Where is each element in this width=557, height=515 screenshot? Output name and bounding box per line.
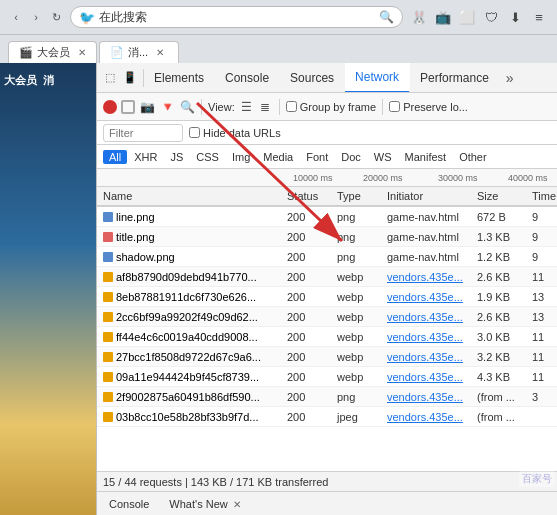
download-icon[interactable]: ⬇ bbox=[505, 7, 525, 27]
record-button[interactable] bbox=[103, 100, 117, 114]
page-tab-1[interactable]: 🎬 大会员 ✕ bbox=[8, 41, 97, 63]
console-tab-whatsnew[interactable]: What's New ✕ bbox=[163, 496, 246, 512]
cell-size: 3.2 KB bbox=[477, 351, 532, 363]
tab1-close[interactable]: ✕ bbox=[78, 47, 86, 58]
device-icon[interactable]: 📱 bbox=[121, 69, 139, 87]
cell-type: png bbox=[337, 231, 387, 243]
network-toolbar: 📷 🔻 🔍 View: ☰ ≣ Group by frame Preserve … bbox=[97, 93, 557, 121]
status-text: 15 / 44 requests | 143 KB / 171 KB trans… bbox=[103, 476, 328, 488]
search-network-icon[interactable]: 🔍 bbox=[179, 99, 195, 115]
back-button[interactable]: ‹ bbox=[8, 9, 24, 25]
cell-size: 672 B bbox=[477, 211, 532, 223]
filter-icon[interactable]: 🔻 bbox=[159, 99, 175, 115]
search-icon: 🔍 bbox=[379, 10, 394, 24]
apps-icon[interactable]: ⬜ bbox=[457, 7, 477, 27]
cell-initiator[interactable]: vendors.435e... bbox=[387, 291, 477, 303]
table-row[interactable]: 27bcc1f8508d9722d67c9a6...200webpvendors… bbox=[97, 347, 557, 367]
type-tab-other[interactable]: Other bbox=[453, 150, 493, 164]
whatsnew-close-icon[interactable]: ✕ bbox=[233, 499, 241, 510]
cell-name-text: 2cc6bf99a99202f49c09d62... bbox=[116, 311, 258, 323]
cell-time: 3 bbox=[532, 391, 557, 403]
table-row[interactable]: 2f9002875a60491b86df590...200pngvendors.… bbox=[97, 387, 557, 407]
tab-performance[interactable]: Performance bbox=[410, 63, 500, 93]
cell-time: 9 bbox=[532, 251, 557, 263]
tab-elements[interactable]: Elements bbox=[144, 63, 215, 93]
browser-toolbar: 🐰 📺 ⬜ 🛡 ⬇ ≡ bbox=[409, 7, 549, 27]
type-tab-manifest[interactable]: Manifest bbox=[399, 150, 453, 164]
cell-initiator[interactable]: vendors.435e... bbox=[387, 411, 477, 423]
cell-type: webp bbox=[337, 291, 387, 303]
table-row[interactable]: shadow.png200pnggame-nav.html1.2 KB9 bbox=[97, 247, 557, 267]
adblock-icon[interactable]: 🛡 bbox=[481, 7, 501, 27]
group-by-frame-checkbox[interactable] bbox=[286, 101, 297, 112]
tab1-icon: 🎬 bbox=[19, 46, 33, 59]
list-view-icon[interactable]: ☰ bbox=[239, 99, 255, 115]
cell-type: webp bbox=[337, 371, 387, 383]
forward-button[interactable]: › bbox=[28, 9, 44, 25]
file-type-icon bbox=[103, 392, 113, 402]
table-row[interactable]: line.png200pnggame-nav.html672 B9 bbox=[97, 207, 557, 227]
type-tab-ws[interactable]: WS bbox=[368, 150, 398, 164]
col-header-time[interactable]: Time bbox=[532, 190, 557, 202]
hide-data-urls-label[interactable]: Hide data URLs bbox=[189, 127, 281, 139]
cell-time: 11 bbox=[532, 351, 557, 363]
cell-type: webp bbox=[337, 311, 387, 323]
cell-name: 27bcc1f8508d9722d67c9a6... bbox=[97, 351, 287, 363]
tab-network[interactable]: Network bbox=[345, 63, 410, 93]
type-tab-js[interactable]: JS bbox=[164, 150, 189, 164]
type-tab-doc[interactable]: Doc bbox=[335, 150, 367, 164]
refresh-button[interactable]: ↻ bbox=[48, 9, 64, 25]
table-body: line.png200pnggame-nav.html672 B9title.p… bbox=[97, 207, 557, 471]
table-row[interactable]: ff44e4c6c0019a40cdd9008...200webpvendors… bbox=[97, 327, 557, 347]
hide-data-urls-checkbox[interactable] bbox=[189, 127, 200, 138]
type-tab-css[interactable]: CSS bbox=[190, 150, 225, 164]
type-tab-all[interactable]: All bbox=[103, 150, 127, 164]
cell-status: 200 bbox=[287, 411, 337, 423]
table-row[interactable]: af8b8790d09debd941b770...200webpvendors.… bbox=[97, 267, 557, 287]
page-tab-2[interactable]: 📄 消... ✕ bbox=[99, 41, 179, 63]
filter-input[interactable] bbox=[103, 124, 183, 142]
tab-console[interactable]: Console bbox=[215, 63, 280, 93]
tab2-close[interactable]: ✕ bbox=[156, 47, 164, 58]
cell-initiator[interactable]: vendors.435e... bbox=[387, 391, 477, 403]
inspect-element-icon[interactable]: ⬚ bbox=[101, 69, 119, 87]
type-tab-img[interactable]: Img bbox=[226, 150, 256, 164]
cell-initiator[interactable]: vendors.435e... bbox=[387, 351, 477, 363]
col-header-initiator[interactable]: Initiator bbox=[387, 190, 477, 202]
cell-name: 2cc6bf99a99202f49c09d62... bbox=[97, 311, 287, 323]
group-by-frame-label[interactable]: Group by frame bbox=[286, 101, 376, 113]
bilibili-icon[interactable]: 📺 bbox=[433, 7, 453, 27]
cell-name: 8eb87881911dc6f730e626... bbox=[97, 291, 287, 303]
col-header-status[interactable]: Status bbox=[287, 190, 337, 202]
more-tabs-icon[interactable]: » bbox=[500, 70, 520, 86]
clear-button[interactable] bbox=[121, 100, 135, 114]
preserve-log-checkbox[interactable] bbox=[389, 101, 400, 112]
col-header-size[interactable]: Size bbox=[477, 190, 532, 202]
cell-initiator[interactable]: vendors.435e... bbox=[387, 371, 477, 383]
console-tab-console[interactable]: Console bbox=[103, 496, 155, 512]
table-row[interactable]: 09a11e944424b9f45cf8739...200webpvendors… bbox=[97, 367, 557, 387]
type-tab-xhr[interactable]: XHR bbox=[128, 150, 163, 164]
extensions-icon[interactable]: 🐰 bbox=[409, 7, 429, 27]
table-row[interactable]: title.png200pnggame-nav.html1.3 KB9 bbox=[97, 227, 557, 247]
col-header-name[interactable]: Name bbox=[97, 190, 287, 202]
cell-time: 11 bbox=[532, 331, 557, 343]
type-tab-font[interactable]: Font bbox=[300, 150, 334, 164]
camera-icon[interactable]: 📷 bbox=[139, 99, 155, 115]
table-row[interactable]: 8eb87881911dc6f730e626...200webpvendors.… bbox=[97, 287, 557, 307]
hide-data-urls-text: Hide data URLs bbox=[203, 127, 281, 139]
tab-sources[interactable]: Sources bbox=[280, 63, 345, 93]
type-tab-media[interactable]: Media bbox=[257, 150, 299, 164]
view-label: View: bbox=[208, 101, 235, 113]
table-row[interactable]: 03b8cc10e58b28bf33b9f7d...200jpegvendors… bbox=[97, 407, 557, 427]
cell-initiator[interactable]: vendors.435e... bbox=[387, 311, 477, 323]
col-header-type[interactable]: Type bbox=[337, 190, 387, 202]
address-bar[interactable]: 🐦 在此搜索 🔍 bbox=[70, 6, 403, 28]
preserve-log-label[interactable]: Preserve lo... bbox=[389, 101, 468, 113]
waterfall-view-icon[interactable]: ≣ bbox=[257, 99, 273, 115]
cell-initiator[interactable]: vendors.435e... bbox=[387, 271, 477, 283]
cell-initiator[interactable]: vendors.435e... bbox=[387, 331, 477, 343]
cell-name: 09a11e944424b9f45cf8739... bbox=[97, 371, 287, 383]
menu-icon[interactable]: ≡ bbox=[529, 7, 549, 27]
table-row[interactable]: 2cc6bf99a99202f49c09d62...200webpvendors… bbox=[97, 307, 557, 327]
